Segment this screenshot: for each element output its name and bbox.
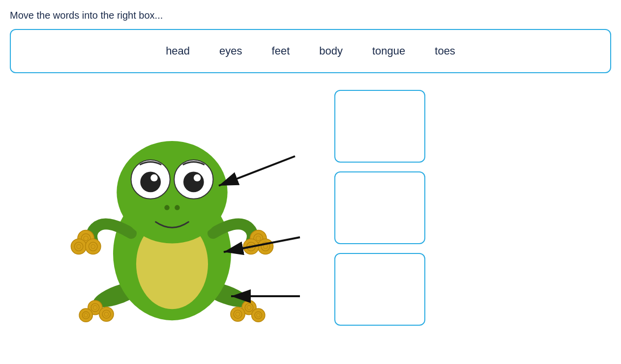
svg-point-14 [231,307,245,321]
drop-box-1[interactable] [334,90,425,163]
svg-point-17 [252,308,265,322]
svg-point-5 [99,307,114,321]
drop-box-3[interactable] [334,253,425,326]
svg-point-37 [243,239,259,254]
svg-point-25 [71,239,86,254]
main-area [10,85,611,336]
svg-point-46 [194,174,201,182]
instruction-text: Move the words into the right box... [10,10,611,21]
svg-point-43 [140,172,161,193]
svg-point-48 [175,205,179,210]
word-bank: head eyes feet body tongue toes [10,29,611,73]
word-eyes[interactable]: eyes [219,45,242,57]
word-toes[interactable]: toes [435,45,455,57]
frog-illustration [49,95,295,331]
word-tongue[interactable]: tongue [372,45,405,57]
svg-point-34 [258,239,273,254]
frog-area [10,85,334,336]
word-feet[interactable]: feet [272,45,290,57]
word-body[interactable]: body [319,45,343,57]
svg-point-45 [150,174,158,182]
drop-boxes-container [334,90,425,326]
word-head[interactable]: head [166,45,190,57]
svg-point-8 [79,308,92,322]
svg-point-47 [164,205,169,210]
svg-point-44 [183,172,204,193]
drop-box-2[interactable] [334,171,425,244]
svg-point-28 [86,239,101,254]
